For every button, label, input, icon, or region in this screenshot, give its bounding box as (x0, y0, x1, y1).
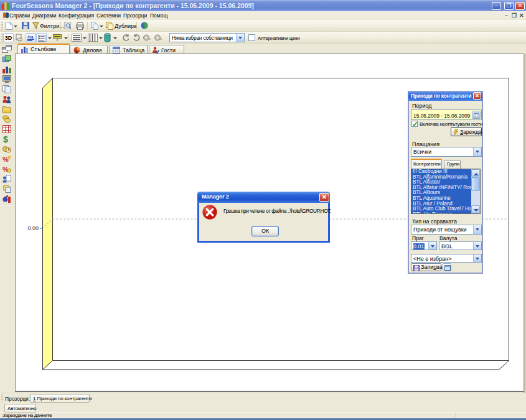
svg-text:o: o (160, 37, 162, 40)
svg-text:o: o (149, 37, 151, 40)
svg-text:%: % (2, 156, 9, 163)
svg-text:$: $ (3, 135, 8, 143)
svg-text:Avg: Avg (27, 35, 33, 39)
svg-text:0.00: 0.00 (27, 225, 39, 231)
